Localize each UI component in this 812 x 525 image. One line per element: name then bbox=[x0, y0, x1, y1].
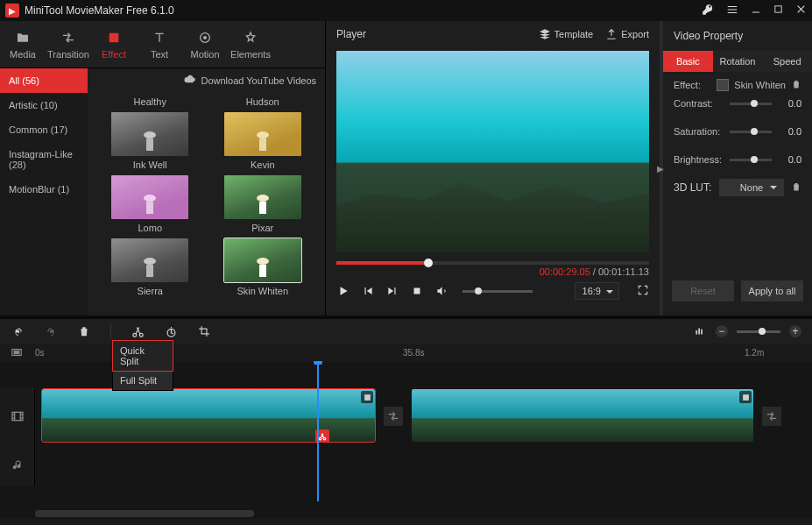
volume-button[interactable] bbox=[434, 284, 448, 298]
clip-effect-badge bbox=[739, 391, 752, 403]
zoom-in-button[interactable]: + bbox=[789, 325, 801, 337]
video-track bbox=[0, 387, 812, 445]
saturation-label: Saturation: bbox=[674, 126, 723, 137]
stop-button[interactable] bbox=[410, 284, 424, 298]
effect-label: Pixar bbox=[251, 223, 273, 233]
export-button[interactable]: Export bbox=[605, 28, 649, 40]
tab-effect[interactable]: Effect bbox=[91, 21, 137, 67]
aspect-ratio-select[interactable]: 16:9 bbox=[575, 282, 619, 300]
svg-rect-13 bbox=[146, 265, 153, 277]
category-common[interactable]: Common (17) bbox=[0, 117, 88, 142]
player-title: Player bbox=[336, 28, 526, 40]
video-clip-2[interactable] bbox=[412, 389, 753, 442]
brightness-label: Brightness: bbox=[674, 154, 723, 165]
category-artistic[interactable]: Artistic (10) bbox=[0, 93, 88, 117]
tab-transition[interactable]: Transition bbox=[46, 21, 91, 67]
volume-slider[interactable] bbox=[462, 290, 533, 293]
video-preview[interactable] bbox=[336, 51, 649, 252]
play-button[interactable] bbox=[336, 284, 350, 298]
saturation-slider[interactable] bbox=[730, 131, 772, 133]
effect-thumb-lomo[interactable] bbox=[111, 175, 188, 219]
tab-media[interactable]: Media bbox=[0, 21, 46, 67]
panel-divider[interactable]: ▶ bbox=[660, 21, 663, 316]
effect-thumb-kevin[interactable] bbox=[224, 112, 301, 156]
download-youtube-link[interactable]: Download YouTube Videos bbox=[201, 75, 317, 86]
contrast-slider[interactable] bbox=[730, 103, 772, 105]
playhead[interactable] bbox=[317, 361, 319, 501]
video-track-head[interactable] bbox=[0, 387, 35, 445]
quick-split-item[interactable]: Quick Split bbox=[113, 341, 173, 371]
svg-rect-24 bbox=[14, 351, 19, 354]
menu-icon[interactable] bbox=[726, 4, 738, 18]
prev-button[interactable] bbox=[361, 284, 375, 298]
zoom-slider[interactable] bbox=[737, 330, 780, 333]
effect-label: Kevin bbox=[251, 160, 275, 170]
svg-point-4 bbox=[144, 131, 156, 138]
effect-thumb-skinwhiten[interactable] bbox=[224, 238, 301, 282]
reset-button[interactable]: Reset bbox=[672, 280, 734, 302]
close-icon[interactable] bbox=[795, 4, 807, 18]
minimize-icon[interactable] bbox=[751, 4, 761, 18]
tab-motion[interactable]: Motion bbox=[182, 21, 228, 67]
brightness-value: 0.0 bbox=[779, 154, 801, 165]
video-clip-1[interactable] bbox=[42, 389, 375, 442]
tab-rotation[interactable]: Rotation bbox=[713, 51, 763, 72]
key-icon[interactable] bbox=[702, 4, 714, 18]
category-all[interactable]: All (56) bbox=[0, 68, 88, 93]
video-property-panel: Video Property Basic Rotation Speed Effe… bbox=[663, 21, 812, 316]
crop-button[interactable] bbox=[197, 324, 211, 338]
brightness-slider[interactable] bbox=[730, 159, 772, 161]
total-duration: 00:01:11.13 bbox=[598, 266, 649, 277]
split-button[interactable] bbox=[131, 324, 145, 338]
effect-label: Skin Whiten bbox=[237, 286, 288, 296]
delete-button[interactable] bbox=[77, 324, 91, 338]
motion-icon bbox=[197, 30, 213, 46]
fit-icon[interactable] bbox=[11, 346, 23, 360]
clip-effect-badge bbox=[361, 391, 373, 403]
tab-basic[interactable]: Basic bbox=[663, 51, 713, 72]
props-title: Video Property bbox=[663, 21, 812, 51]
effect-label: Sierra bbox=[138, 286, 163, 296]
next-button[interactable] bbox=[385, 284, 399, 298]
svg-point-12 bbox=[144, 258, 156, 265]
zoom-out-button[interactable]: − bbox=[716, 325, 728, 337]
lut-select[interactable]: None bbox=[719, 179, 784, 196]
transition-slot[interactable] bbox=[762, 407, 781, 426]
effect-thumb-sierra[interactable] bbox=[111, 238, 188, 282]
category-motionblur[interactable]: MotionBlur (1) bbox=[0, 177, 88, 202]
audio-track-head[interactable] bbox=[0, 445, 35, 486]
redo-button[interactable] bbox=[44, 324, 58, 338]
export-icon bbox=[605, 28, 618, 40]
tab-text[interactable]: Text bbox=[137, 21, 182, 67]
library-panel: Media Transition Effect Text Motion bbox=[0, 21, 326, 316]
category-instagram[interactable]: Instagram-Like (28) bbox=[0, 142, 88, 177]
svg-rect-9 bbox=[146, 202, 153, 214]
svg-point-10 bbox=[257, 195, 269, 202]
timeline-scrollbar[interactable] bbox=[35, 510, 254, 517]
effect-thumb-inkwell[interactable] bbox=[111, 112, 188, 156]
transition-slot[interactable] bbox=[384, 407, 403, 426]
template-button[interactable]: Template bbox=[539, 28, 594, 40]
svg-rect-0 bbox=[775, 6, 781, 12]
seek-bar[interactable] bbox=[336, 261, 649, 265]
full-split-item[interactable]: Full Split bbox=[113, 371, 173, 390]
titlebar: ▶ MiniTool MovieMaker Free 6.1.0 bbox=[0, 0, 812, 21]
svg-point-6 bbox=[257, 131, 269, 138]
maximize-icon[interactable] bbox=[773, 4, 783, 17]
effect-label: Hudson bbox=[246, 96, 279, 107]
effect-thumb-pixar[interactable] bbox=[224, 175, 301, 219]
delete-lut-button[interactable] bbox=[791, 181, 801, 195]
delete-effect-button[interactable] bbox=[791, 79, 801, 91]
svg-point-8 bbox=[144, 195, 156, 202]
folder-icon bbox=[15, 30, 31, 46]
tab-speed[interactable]: Speed bbox=[762, 51, 812, 72]
audio-tool[interactable] bbox=[693, 324, 707, 338]
ruler-tick: 1.2m bbox=[745, 348, 764, 358]
apply-all-button[interactable]: Apply to all bbox=[741, 280, 803, 302]
contrast-label: Contrast: bbox=[674, 98, 723, 109]
app-title: MiniTool MovieMaker Free 6.1.0 bbox=[25, 4, 702, 17]
fullscreen-button[interactable] bbox=[637, 284, 649, 299]
undo-button[interactable] bbox=[11, 324, 25, 338]
speed-button[interactable] bbox=[164, 324, 178, 338]
tab-elements[interactable]: Elements bbox=[228, 21, 273, 67]
